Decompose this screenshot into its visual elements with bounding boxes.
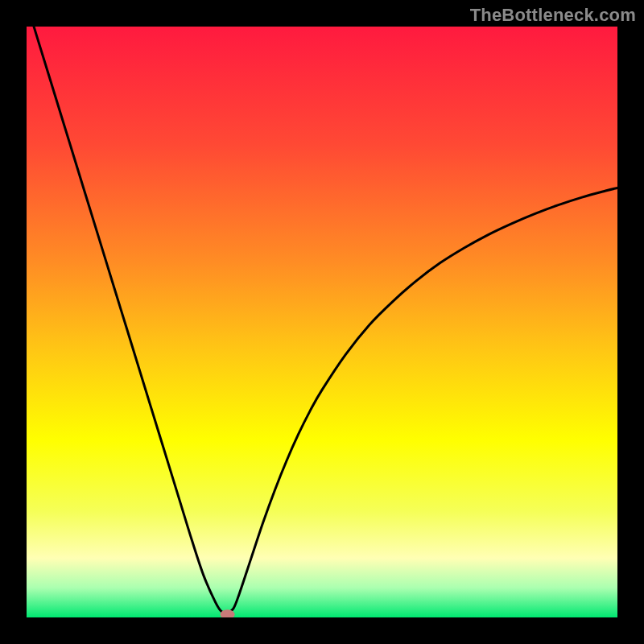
watermark-label: TheBottleneck.com bbox=[470, 5, 636, 26]
chart-canvas bbox=[27, 27, 617, 617]
gradient-background bbox=[27, 27, 617, 617]
chart-frame: TheBottleneck.com bbox=[0, 0, 644, 644]
plot-area bbox=[27, 27, 617, 617]
